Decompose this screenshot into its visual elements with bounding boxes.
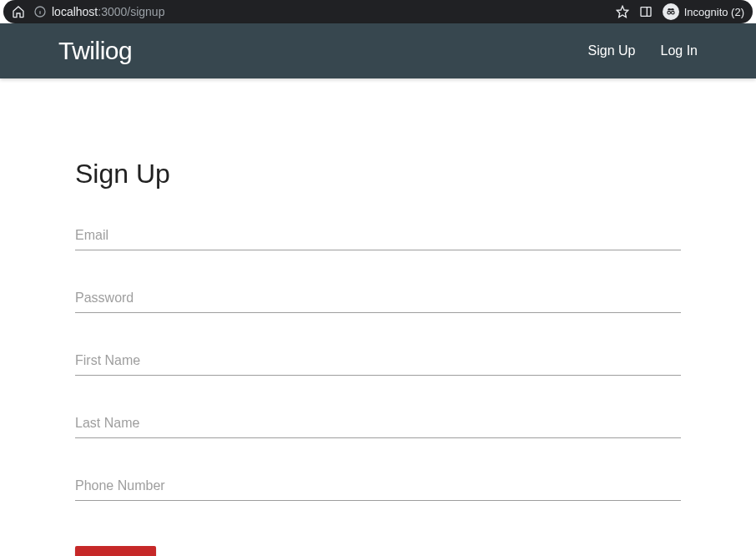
email-field[interactable] [75, 223, 681, 250]
url-path: :3000/signup [98, 5, 164, 18]
signup-submit-button[interactable]: SIGN UP [75, 546, 156, 556]
svg-rect-4 [641, 8, 651, 17]
page-title: Sign Up [75, 159, 681, 190]
incognito-badge[interactable]: Incognito (2) [663, 3, 744, 20]
password-field[interactable] [75, 286, 681, 313]
first-name-field-wrapper: First Name [75, 348, 681, 376]
svg-point-7 [671, 11, 674, 14]
url-display[interactable]: localhost:3000/signup [33, 5, 607, 18]
last-name-field-wrapper: Last Name [75, 411, 681, 438]
app-navbar: Twiliog Sign Up Log In [0, 23, 756, 78]
incognito-icon [663, 3, 679, 20]
star-icon[interactable] [616, 5, 629, 18]
first-name-field[interactable] [75, 348, 681, 376]
password-field-wrapper: Password [75, 286, 681, 313]
home-icon[interactable] [12, 5, 25, 18]
svg-point-6 [668, 11, 671, 14]
phone-field[interactable] [75, 473, 681, 501]
nav-signup-link[interactable]: Sign Up [588, 43, 636, 58]
email-field-wrapper: Email [75, 223, 681, 250]
phone-field-wrapper: Phone Number [75, 473, 681, 501]
info-icon [33, 5, 47, 18]
panel-icon[interactable] [639, 5, 653, 18]
url-host: localhost [52, 5, 98, 18]
brand-logo[interactable]: Twiliog [58, 37, 588, 65]
signup-form-container: Sign Up Email Password First Name Last N… [0, 78, 756, 556]
nav-login-link[interactable]: Log In [661, 43, 698, 58]
incognito-label: Incognito (2) [684, 6, 744, 18]
last-name-field[interactable] [75, 411, 681, 438]
nav-links: Sign Up Log In [588, 43, 698, 58]
svg-marker-3 [617, 6, 627, 17]
browser-address-bar: localhost:3000/signup Incog [3, 0, 753, 23]
